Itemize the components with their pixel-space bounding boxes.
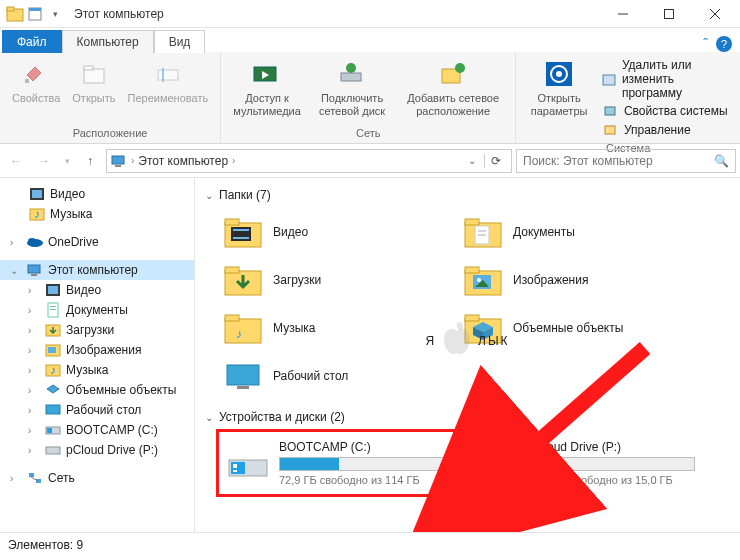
sidebar-item-sub-desktop[interactable]: ›Рабочий стол (0, 400, 194, 420)
group-label-location: Расположение (73, 125, 148, 141)
back-button[interactable]: ← (4, 149, 28, 173)
status-bar: Элементов: 9 (0, 532, 740, 556)
media-access-button[interactable]: Доступ к мультимедиа (229, 56, 305, 120)
qat-dropdown-icon[interactable]: ▾ (46, 5, 64, 23)
close-button[interactable] (692, 0, 738, 28)
sidebar-item-sub-bootcamp[interactable]: ›BOOTCAMP (C:) (0, 420, 194, 440)
svg-rect-79 (227, 365, 259, 385)
open-button[interactable]: Открыть (68, 56, 119, 107)
folder-documents[interactable]: Документы (461, 210, 701, 254)
tab-file[interactable]: Файл (2, 30, 62, 53)
sidebar-item-sub-pics[interactable]: ›Изображения (0, 340, 194, 360)
music-icon: ♪ (28, 206, 46, 222)
uninstall-icon (602, 71, 616, 87)
folders-grid: Видео Документы Загрузки Изображения ♪ М… (205, 206, 730, 406)
folder-pictures[interactable]: Изображения (461, 258, 701, 302)
window-title: Этот компьютер (74, 7, 164, 21)
address-bar[interactable]: › Этот компьютер › ⌄ ⟳ (106, 149, 512, 173)
tab-view[interactable]: Вид (154, 30, 206, 53)
chevron-right-icon[interactable]: › (10, 237, 22, 248)
rename-button[interactable]: Переименовать (124, 56, 213, 107)
svg-rect-86 (481, 462, 491, 474)
svg-rect-80 (237, 386, 249, 389)
status-items-count: Элементов: 9 (8, 538, 83, 552)
section-folders-header[interactable]: ⌄ Папки (7) (205, 184, 730, 206)
chevron-right-icon[interactable]: › (10, 473, 22, 484)
system-properties-button[interactable]: Свойства системы (602, 103, 728, 119)
uninstall-button[interactable]: Удалить или изменить программу (602, 58, 728, 100)
address-dropdown-icon[interactable]: ⌄ (462, 155, 482, 166)
svg-rect-46 (46, 405, 60, 414)
svg-rect-48 (47, 428, 52, 433)
sidebar-item-onedrive[interactable]: › OneDrive (0, 232, 194, 252)
properties-icon (20, 58, 52, 90)
breadcrumb-root[interactable]: Этот компьютер (138, 154, 228, 168)
search-input[interactable] (523, 154, 708, 168)
3d-icon (44, 382, 62, 398)
minimize-button[interactable] (600, 0, 646, 28)
maximize-button[interactable] (646, 0, 692, 28)
system-list: Удалить или изменить программу Свойства … (598, 56, 732, 140)
svg-rect-23 (605, 107, 615, 115)
sidebar-item-sub-3d[interactable]: ›Объемные объекты (0, 380, 194, 400)
folder-3d-objects[interactable]: Объемные объекты (461, 306, 701, 350)
qat-explorer-icon[interactable] (6, 5, 24, 23)
svg-rect-60 (465, 219, 479, 225)
svg-rect-39 (50, 309, 56, 310)
svg-rect-11 (158, 70, 178, 80)
downloads-folder-icon (223, 262, 263, 298)
sidebar-item-sub-music[interactable]: ›♪Музыка (0, 360, 194, 380)
sidebar-item-sub-videos[interactable]: ›Видео (0, 280, 194, 300)
sidebar-item-videos[interactable]: Видео (0, 184, 194, 204)
add-network-location-button[interactable]: Добавить сетевое расположение (399, 56, 507, 120)
forward-button[interactable]: → (32, 149, 56, 173)
svg-rect-67 (465, 267, 479, 273)
drive-free-text: 72,9 ГБ свободно из 114 ГБ (279, 474, 445, 486)
manage-button[interactable]: Управление (602, 122, 728, 138)
documents-folder-icon (463, 214, 503, 250)
svg-rect-25 (112, 156, 124, 164)
up-button[interactable]: ↑ (78, 149, 102, 173)
folder-music[interactable]: ♪ Музыка (221, 306, 461, 350)
qat-props-icon[interactable] (26, 5, 44, 23)
open-settings-button[interactable]: Открыть параметры (524, 56, 594, 120)
section-drives-header[interactable]: ⌄ Устройства и диски (2) (205, 406, 730, 428)
documents-icon (44, 302, 62, 318)
map-drive-button[interactable]: Подключить сетевой диск (309, 56, 395, 120)
recent-dropdown[interactable]: ▾ (60, 149, 74, 173)
folder-desktop[interactable]: Рабочий стол (221, 354, 461, 398)
folder-downloads[interactable]: Загрузки (221, 258, 461, 302)
drive-usage-bar (279, 457, 445, 471)
tab-computer[interactable]: Компьютер (62, 30, 154, 53)
sidebar-item-sub-pcloud[interactable]: ›pCloud Drive (P:) (0, 440, 194, 460)
collapse-ribbon-icon[interactable]: ˆ (703, 36, 708, 52)
drive-icon (44, 422, 62, 438)
sidebar-item-network[interactable]: › Сеть (0, 468, 194, 488)
pc-icon (26, 262, 44, 278)
content-pane[interactable]: Я ЛЫК ⌄ Папки (7) Видео Документы Загруз… (195, 178, 740, 532)
videos-icon (44, 282, 62, 298)
sidebar-item-this-pc[interactable]: ⌄ Этот компьютер (0, 260, 194, 280)
refresh-button[interactable]: ⟳ (484, 154, 507, 168)
svg-text:♪: ♪ (50, 363, 56, 377)
chevron-down-icon[interactable]: ⌄ (10, 265, 22, 276)
ribbon-help-area: ˆ ? (703, 36, 740, 52)
desktop-icon (44, 402, 62, 418)
search-box[interactable]: 🔍 (516, 149, 736, 173)
sidebar-item-sub-downloads[interactable]: ›Загрузки (0, 320, 194, 340)
sidebar[interactable]: Видео ♪ Музыка › OneDrive ⌄ Этот компьют… (0, 178, 195, 532)
chevron-down-icon: ⌄ (205, 412, 213, 423)
drive-pcloud-p[interactable]: pCloud Drive (P:) 14,0 ГБ свободно из 15… (471, 434, 701, 492)
sysprops-icon (602, 103, 618, 119)
folder-videos[interactable]: Видео (221, 210, 461, 254)
properties-button[interactable]: Свойства (8, 56, 64, 107)
sidebar-item-sub-docs[interactable]: ›Документы (0, 300, 194, 320)
svg-rect-71 (225, 319, 261, 343)
network-icon (26, 470, 44, 486)
drives-row: BOOTCAMP (C:) 72,9 ГБ свободно из 114 ГБ… (205, 428, 730, 498)
help-icon[interactable]: ? (716, 36, 732, 52)
pc-icon (111, 154, 127, 168)
sidebar-item-music[interactable]: ♪ Музыка (0, 204, 194, 224)
drive-bootcamp-c[interactable]: BOOTCAMP (C:) 72,9 ГБ свободно из 114 ГБ (221, 434, 451, 492)
svg-rect-8 (25, 79, 29, 83)
